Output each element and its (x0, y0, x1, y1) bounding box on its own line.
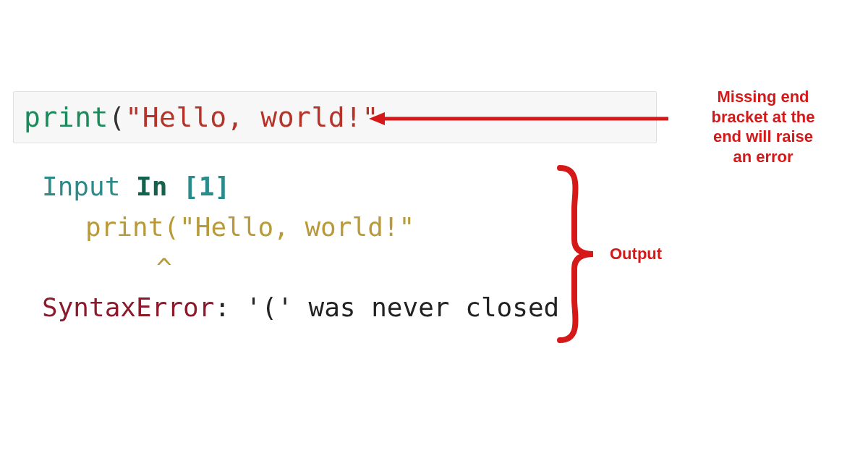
output-area: Input In [1] print("Hello, world!" ^ Syn… (42, 166, 559, 328)
arrow-left-icon (369, 111, 668, 127)
curly-brace-icon (554, 165, 600, 343)
code-line: print("Hello, world!" (24, 101, 379, 133)
annotation-output-label: Output (610, 245, 662, 263)
annotation-line: Missing end (673, 87, 854, 107)
annotation-line: bracket at the (673, 107, 854, 127)
output-error-line: SyntaxError: '(' was never closed (42, 287, 559, 328)
output-error-message: '(' was never closed (246, 292, 559, 322)
code-token-paren: ( (109, 101, 125, 133)
output-cell-number: 1 (199, 172, 215, 201)
code-token-builtin: print (24, 101, 109, 133)
code-token-string: "Hello, world!" (125, 101, 379, 133)
output-prompt-line: Input In [1] (42, 166, 559, 207)
annotation-missing-bracket: Missing end bracket at the end will rais… (673, 87, 854, 166)
svg-marker-1 (369, 112, 385, 125)
output-error-colon: : (214, 292, 245, 322)
annotation-line: end will raise (673, 127, 854, 147)
output-bracket: [ (183, 172, 199, 201)
output-bracket: ] (214, 172, 230, 201)
output-input-label: Input (42, 172, 136, 201)
output-in-label: In (136, 172, 183, 201)
output-code-echo: print("Hello, world!" (42, 207, 559, 248)
annotation-line: an error (673, 147, 854, 167)
output-caret-marker: ^ (42, 248, 559, 288)
output-error-name: SyntaxError (42, 292, 214, 322)
